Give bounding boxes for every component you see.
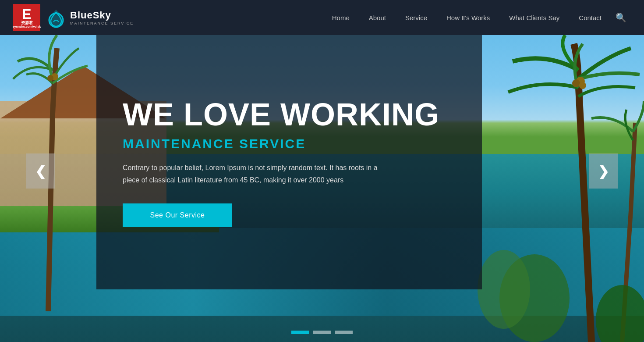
logo-area: E 资源君 eyunzhu.com/vdisk BlueSky MAINTENA… [13, 4, 134, 31]
hero-subtitle: MAINTENANCE SERVICE [123, 136, 460, 151]
svg-point-8 [579, 82, 586, 89]
logo-url: eyunzhu.com/vdisk [13, 25, 41, 28]
logo-chinese: 资源君 [21, 21, 33, 25]
hero-description: Contrary to popular belief, Lorem Ipsum … [123, 162, 386, 185]
nav-home[interactable]: Home [322, 0, 359, 35]
search-icon[interactable]: 🔍 [611, 12, 631, 23]
brand-tagline: MAINTENANCE SERVICE [70, 21, 134, 25]
hero-cta-button[interactable]: See Our Service [123, 203, 232, 227]
bluesky-logo: BlueSky MAINTENANCE SERVICE [45, 6, 134, 29]
nav-how-it-works[interactable]: How It's Works [437, 0, 499, 35]
slide-dot-3[interactable] [335, 331, 353, 334]
next-slide-button[interactable]: ❯ [589, 153, 618, 189]
brand-name: BlueSky [70, 10, 134, 21]
nav-links: Home About Service How It's Works What C… [322, 0, 631, 35]
slide-dot-2[interactable] [313, 331, 331, 334]
hero-title: WE LOVE WORKING [123, 97, 460, 132]
slide-indicators [291, 331, 353, 334]
svg-point-7 [572, 79, 580, 87]
prev-slide-button[interactable]: ❮ [26, 153, 55, 189]
bluesky-logo-icon [45, 6, 67, 29]
hero-content: WE LOVE WORKING MAINTENANCE SERVICE Cont… [96, 35, 482, 289]
nav-what-clients-say[interactable]: What Clients Say [499, 0, 569, 35]
svg-point-4 [596, 285, 644, 342]
nav-contact[interactable]: Contact [569, 0, 611, 35]
svg-point-5 [478, 250, 530, 329]
chevron-right-icon: ❯ [598, 164, 609, 179]
bluesky-text: BlueSky MAINTENANCE SERVICE [70, 10, 134, 25]
nav-about[interactable]: About [359, 0, 396, 35]
logo-badge: E 资源君 eyunzhu.com/vdisk [13, 4, 40, 31]
hero-section: WE LOVE WORKING MAINTENANCE SERVICE Cont… [0, 0, 644, 342]
palm-tree-right [469, 35, 644, 342]
slide-dot-1[interactable] [291, 331, 309, 334]
chevron-left-icon: ❮ [35, 164, 46, 179]
logo-e: E [22, 7, 31, 21]
navbar: E 资源君 eyunzhu.com/vdisk BlueSky MAINTENA… [0, 0, 644, 35]
svg-point-2 [47, 75, 53, 81]
nav-service[interactable]: Service [396, 0, 437, 35]
